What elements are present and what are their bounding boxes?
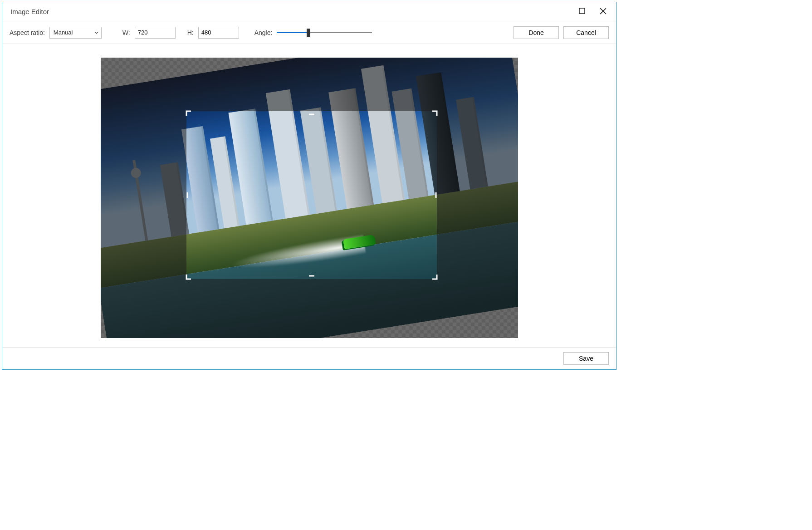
width-label: W: xyxy=(122,29,130,36)
crop-handle-top-left[interactable] xyxy=(186,110,194,118)
crop-handle-right[interactable] xyxy=(430,191,438,199)
height-input[interactable] xyxy=(198,27,239,39)
height-label: H: xyxy=(187,29,194,36)
crop-handle-bottom-left[interactable] xyxy=(186,272,194,280)
canvas-area xyxy=(2,44,616,347)
done-button[interactable]: Done xyxy=(514,26,559,39)
save-button[interactable]: Save xyxy=(563,352,609,365)
crop-handle-bottom-right[interactable] xyxy=(430,272,438,280)
crop-toolbar: Aspect ratio: Manual W: H: Angle: Done C… xyxy=(2,21,616,44)
angle-label: Angle: xyxy=(254,29,273,36)
window-title: Image Editor xyxy=(10,8,49,15)
angle-slider-thumb[interactable] xyxy=(307,29,310,37)
angle-slider[interactable] xyxy=(277,28,372,37)
image-stage[interactable] xyxy=(101,58,518,338)
crop-rectangle[interactable] xyxy=(186,111,437,279)
chevron-down-icon xyxy=(94,29,98,36)
crop-handle-top-right[interactable] xyxy=(430,110,438,118)
crop-handle-left[interactable] xyxy=(186,191,194,199)
titlebar: Image Editor xyxy=(2,2,616,21)
close-button[interactable] xyxy=(592,5,613,19)
close-icon xyxy=(600,8,607,16)
maximize-icon xyxy=(579,8,585,15)
aspect-ratio-label: Aspect ratio: xyxy=(10,29,45,36)
crop-handle-bottom[interactable] xyxy=(308,272,316,280)
svg-rect-0 xyxy=(579,8,585,14)
aspect-ratio-value: Manual xyxy=(54,29,73,36)
footer: Save xyxy=(2,347,616,369)
cancel-button[interactable]: Cancel xyxy=(563,26,609,39)
crop-handle-top[interactable] xyxy=(308,110,316,118)
aspect-ratio-select[interactable]: Manual xyxy=(49,27,102,39)
image-editor-window: Image Editor Aspect ratio: Manual W: H: xyxy=(2,2,616,370)
maximize-button[interactable] xyxy=(572,5,592,19)
width-input[interactable] xyxy=(135,27,176,39)
